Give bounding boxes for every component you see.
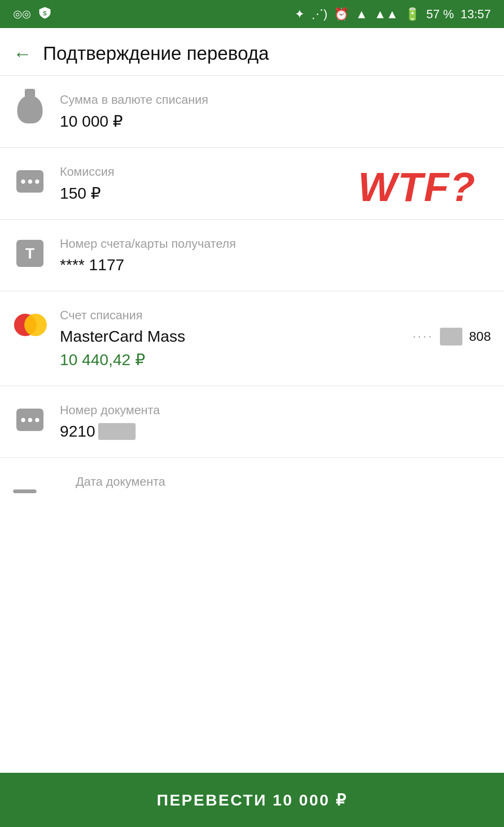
amount-value: 10 000 ₽ xyxy=(60,112,491,130)
account-balance: 10 440,42 ₽ xyxy=(60,350,491,369)
dots-icon-1 xyxy=(16,170,43,193)
docdate-row: Дата документа xyxy=(0,458,504,503)
account-name: MasterCard Mass xyxy=(60,327,185,345)
docnumber-blur xyxy=(98,423,136,440)
wifi-icon: ▲ xyxy=(355,7,367,22)
spacer xyxy=(0,638,504,773)
mastercard-icon-container xyxy=(13,308,47,342)
commission-row: Комиссия 150 ₽ WTF? xyxy=(0,148,504,220)
svg-text:S: S xyxy=(43,10,47,17)
dash-icon xyxy=(13,489,36,493)
docdate-label: Дата документа xyxy=(76,475,491,489)
submit-button[interactable]: ПЕРЕВЕСТИ 10 000 ₽ xyxy=(0,773,504,827)
status-bar-right: ✦ ⋰) ⏰ ▲ ▲▲ 🔋 57 % 13:57 xyxy=(295,7,491,22)
account-body: Счет списания MasterCard Mass ···· 808 1… xyxy=(60,308,491,369)
status-bar: ◎◎ S ✦ ⋰) ⏰ ▲ ▲▲ 🔋 57 % 13:57 xyxy=(0,0,504,28)
recipient-label: Номер счета/карты получателя xyxy=(60,237,491,251)
docnumber-value: 9210 xyxy=(60,422,95,440)
voicemail-icon: ◎◎ xyxy=(13,8,31,20)
wtf-text: WTF? xyxy=(358,166,476,208)
docnumber-label: Номер документа xyxy=(60,403,491,417)
back-button[interactable]: ← xyxy=(13,44,32,63)
account-label: Счет списания xyxy=(60,308,491,323)
account-number: ···· 808 xyxy=(412,328,491,345)
recipient-value: **** 1177 xyxy=(60,256,491,274)
header: ← Подтверждение перевода xyxy=(0,28,504,76)
signal-icon: ⋰) xyxy=(311,7,328,22)
recipient-body: Номер счета/карты получателя **** 1177 xyxy=(60,237,491,274)
amount-label: Сумма в валюте списания xyxy=(60,93,491,107)
account-blur xyxy=(440,328,462,345)
account-row: Счет списания MasterCard Mass ···· 808 1… xyxy=(0,291,504,386)
account-last-digits: 808 xyxy=(469,329,491,344)
dots-icon-container-1 xyxy=(13,165,47,198)
time: 13:57 xyxy=(461,7,491,22)
moneybag-icon xyxy=(17,95,43,123)
alarm-icon: ⏰ xyxy=(334,7,349,22)
shield-icon: S xyxy=(38,6,51,22)
account-header: MasterCard Mass ···· 808 xyxy=(60,327,491,345)
recipient-row: T Номер счета/карты получателя **** 1177 xyxy=(0,220,504,291)
account-dots: ···· xyxy=(412,329,433,344)
docnumber-row: Номер документа 9210 xyxy=(0,386,504,458)
network-icon: ▲▲ xyxy=(374,7,398,22)
dash-icon-container xyxy=(13,482,56,493)
battery-percent: 57 % xyxy=(426,7,454,22)
mastercard-icon xyxy=(14,314,46,336)
docdate-body: Дата документа xyxy=(76,475,491,494)
battery-icon: 🔋 xyxy=(405,7,420,22)
t-icon-container: T xyxy=(13,237,47,270)
dots-icon-2 xyxy=(16,409,43,431)
moneybag-icon-container xyxy=(13,93,47,126)
status-bar-left: ◎◎ S xyxy=(13,6,51,22)
docnumber-value-row: 9210 xyxy=(60,422,491,440)
amount-body: Сумма в валюте списания 10 000 ₽ xyxy=(60,93,491,130)
amount-row: Сумма в валюте списания 10 000 ₽ xyxy=(0,76,504,148)
t-icon: T xyxy=(16,240,43,267)
content: Сумма в валюте списания 10 000 ₽ Комисси… xyxy=(0,76,504,638)
page-title: Подтверждение перевода xyxy=(43,43,269,64)
docnumber-body: Номер документа 9210 xyxy=(60,403,491,440)
bluetooth-icon: ✦ xyxy=(295,7,305,22)
dots-icon-container-2 xyxy=(13,403,47,437)
mc-yellow-circle xyxy=(24,314,47,336)
